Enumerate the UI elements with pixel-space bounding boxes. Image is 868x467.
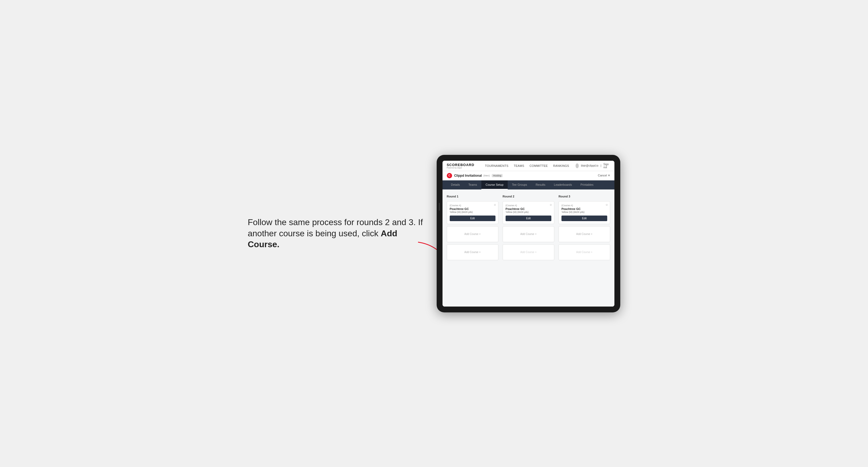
- round-3-remove-button[interactable]: ○: [606, 203, 608, 207]
- tab-tee-groups[interactable]: Tee Groups: [508, 180, 531, 189]
- page-wrapper: Follow the same process for rounds 2 and…: [248, 155, 620, 312]
- tablet-frame: SCOREBOARD Powered by clippd TOURNAMENTS…: [437, 155, 620, 312]
- round-1-course-card: ○ (Course A) Peachtree GC Yellow (M) (66…: [447, 201, 498, 224]
- tournament-name: Clippd Invitational: [454, 174, 482, 178]
- round-2-edit-button[interactable]: Edit: [505, 216, 551, 221]
- round-3-add-course-label-1: Add Course +: [576, 232, 592, 236]
- round-1-remove-button[interactable]: ○: [494, 203, 496, 207]
- round-2-course-details: Yellow (M) (6629 yds): [505, 211, 551, 213]
- round-1-add-course-label-1: Add Course +: [464, 232, 480, 236]
- instruction-panel: Follow the same process for rounds 2 and…: [248, 217, 426, 250]
- round-2-add-course-label-1: Add Course +: [520, 232, 536, 236]
- round-1-course-name: Peachtree GC: [450, 207, 495, 211]
- round-3-column: Round 3 ○ (Course A) Peachtree GC Yellow…: [559, 195, 610, 260]
- tab-leaderboards[interactable]: Leaderboards: [550, 180, 576, 189]
- round-2-course-card: ○ (Course A) Peachtree GC Yellow (M) (66…: [503, 201, 554, 224]
- tabs-bar: Details Teams Course Setup Tee Groups Re…: [442, 180, 614, 189]
- round-3-add-course-label-2: Add Course +: [576, 251, 592, 254]
- top-nav-links: TOURNAMENTS TEAMS COMMITTEE RANKINGS: [485, 164, 569, 167]
- round-2-course-label: (Course A): [505, 204, 551, 207]
- round-3-title: Round 3: [559, 195, 610, 198]
- tab-details[interactable]: Details: [447, 180, 464, 189]
- round-3-add-course-2[interactable]: Add Course +: [559, 244, 610, 260]
- round-2-add-course-label-2: Add Course +: [520, 251, 536, 254]
- instruction-text: Follow the same process for rounds 2 and…: [248, 217, 426, 250]
- round-2-title: Round 2: [503, 195, 554, 198]
- round-3-course-label: (Course A): [561, 204, 607, 207]
- round-1-add-course-label-2: Add Course +: [464, 251, 480, 254]
- round-1-add-course-1[interactable]: Add Course +: [447, 226, 498, 242]
- user-avatar: [576, 163, 579, 168]
- round-1-course-label: (Course A): [450, 204, 495, 207]
- round-2-add-course-2[interactable]: Add Course +: [503, 244, 554, 260]
- content-area: Round 1 ○ (Course A) Peachtree GC Yellow…: [442, 189, 614, 307]
- tab-teams[interactable]: Teams: [464, 180, 481, 189]
- tournament-logo-char: C: [448, 174, 450, 177]
- logo-subtext: Powered by clippd: [447, 167, 474, 169]
- nav-teams[interactable]: TEAMS: [514, 164, 524, 167]
- sign-out-link[interactable]: Sign out: [603, 163, 611, 169]
- top-nav: SCOREBOARD Powered by clippd TOURNAMENTS…: [442, 161, 614, 171]
- tab-printables[interactable]: Printables: [576, 180, 598, 189]
- round-1-add-course-2[interactable]: Add Course +: [447, 244, 498, 260]
- round-1-edit-button[interactable]: Edit: [450, 216, 495, 221]
- round-1-column: Round 1 ○ (Course A) Peachtree GC Yellow…: [447, 195, 498, 260]
- round-2-add-course-1[interactable]: Add Course +: [503, 226, 554, 242]
- cancel-button[interactable]: Cancel ✕: [598, 174, 610, 177]
- logo-text: SCOREBOARD: [447, 163, 474, 167]
- scoreboard-logo: SCOREBOARD Powered by clippd: [447, 163, 474, 169]
- round-3-course-details: Yellow (M) (6629 yds): [561, 211, 607, 213]
- tablet-screen: SCOREBOARD Powered by clippd TOURNAMENTS…: [442, 161, 614, 307]
- top-nav-right: blair@clippd.io | Sign out: [576, 163, 610, 169]
- sub-header: C Clippd Invitational (Men) Hosting Canc…: [442, 171, 614, 180]
- round-3-course-name: Peachtree GC: [561, 207, 607, 211]
- round-3-add-course-1[interactable]: Add Course +: [559, 226, 610, 242]
- nav-rankings[interactable]: RANKINGS: [553, 164, 569, 167]
- round-2-remove-button[interactable]: ○: [550, 203, 552, 207]
- tab-results[interactable]: Results: [531, 180, 550, 189]
- tab-course-setup[interactable]: Course Setup: [482, 180, 508, 189]
- gender-badge: (Men): [484, 174, 490, 177]
- round-2-column: Round 2 ○ (Course A) Peachtree GC Yellow…: [503, 195, 554, 260]
- round-1-title: Round 1: [447, 195, 498, 198]
- nav-committee[interactable]: COMMITTEE: [530, 164, 548, 167]
- nav-tournaments[interactable]: TOURNAMENTS: [485, 164, 508, 167]
- nav-divider: |: [600, 164, 601, 167]
- tournament-icon: C: [447, 173, 452, 178]
- round-1-course-details: Yellow (M) (6629 yds): [450, 211, 495, 213]
- rounds-grid: Round 1 ○ (Course A) Peachtree GC Yellow…: [447, 195, 610, 260]
- user-email: blair@clippd.io: [581, 164, 598, 167]
- round-2-course-name: Peachtree GC: [505, 207, 551, 211]
- hosting-badge: Hosting: [492, 174, 503, 177]
- round-3-edit-button[interactable]: Edit: [561, 216, 607, 221]
- round-3-course-card: ○ (Course A) Peachtree GC Yellow (M) (66…: [559, 201, 610, 224]
